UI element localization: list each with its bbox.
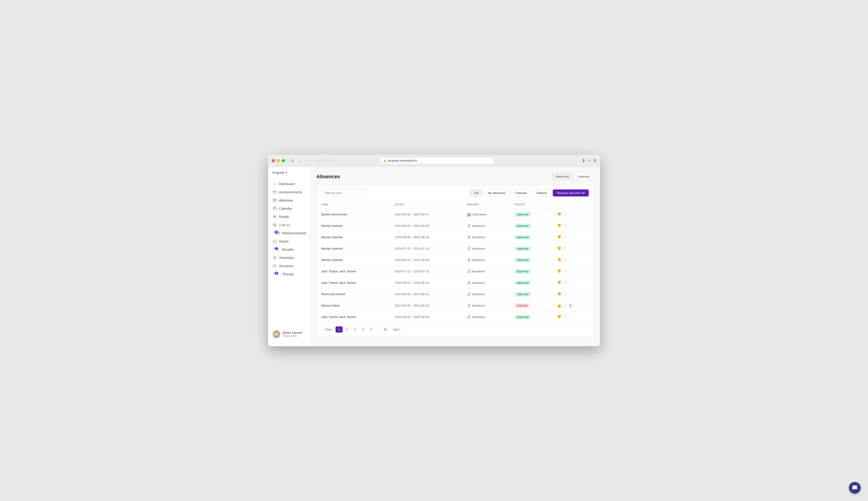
info-icon[interactable]: ⓘ xyxy=(563,269,567,274)
my-absences-button[interactable]: My absences xyxy=(484,189,510,196)
cell-actions: 👎 ⓘ xyxy=(552,220,593,232)
info-icon[interactable]: ⓘ xyxy=(563,246,567,251)
sidebar-item-shoutouts[interactable]: Shoutouts xyxy=(268,262,310,270)
thumbs-down-icon[interactable]: 👎 xyxy=(557,292,561,296)
delete-icon[interactable]: 🗑 xyxy=(569,303,572,308)
close-button[interactable] xyxy=(272,159,275,162)
back-button[interactable]: ‹ xyxy=(306,158,312,163)
thumbs-down-icon[interactable]: 👎 xyxy=(557,212,561,216)
col-actions xyxy=(552,200,593,209)
sidebar-toggle-button[interactable]: ⊡ xyxy=(289,158,296,163)
col-user: USER xyxy=(317,200,390,209)
info-icon[interactable]: ⓘ xyxy=(563,235,567,239)
traffic-lights xyxy=(272,159,285,162)
info-icon[interactable]: ⓘ xyxy=(563,280,567,285)
prev-button[interactable]: ‹ Prev xyxy=(321,327,335,332)
tab-calendar[interactable]: Calendar xyxy=(574,173,593,180)
cell-user: Jack "Action Jack" Barker xyxy=(317,277,390,289)
page-4-button[interactable]: 4 xyxy=(360,327,366,332)
maximize-button[interactable] xyxy=(282,159,285,162)
thumbs-down-icon[interactable]: 👎 xyxy=(557,235,561,239)
row-actions: 👍 ⓘ 🗑 xyxy=(557,303,589,308)
tab-absences[interactable]: Absences xyxy=(552,173,573,180)
info-icon[interactable]: ⓘ xyxy=(563,315,567,319)
sidebar-item-1on1s[interactable]: 1-on-1s xyxy=(268,221,310,229)
cell-reason: 🏖 Vacations xyxy=(462,232,510,243)
sidebar-item-threads[interactable]: 1 Threads xyxy=(268,270,310,278)
cell-actions: 👍 ⓘ 🗑 xyxy=(552,300,593,311)
page-2-button[interactable]: 2 xyxy=(343,327,351,332)
sidebar-item-dashboard[interactable]: ⌂ Dashboard xyxy=(268,180,310,188)
svg-point-4 xyxy=(275,216,276,216)
row-actions: 👎 ⓘ xyxy=(557,235,589,239)
share-icon[interactable]: ⬆ xyxy=(582,158,585,163)
user-avatar: BH xyxy=(272,330,280,338)
thumbs-down-icon[interactable]: 👎 xyxy=(557,258,561,262)
thumbs-down-icon[interactable]: 👎 xyxy=(557,246,561,251)
status-badge: Approved xyxy=(514,246,531,251)
info-icon[interactable]: ⓘ xyxy=(563,292,567,297)
col-reason: REASON xyxy=(462,200,510,209)
row-actions: 👎 ⓘ xyxy=(557,269,589,274)
sidebar-item-calendar[interactable]: Calendar xyxy=(268,204,310,213)
people-icon xyxy=(272,215,277,219)
sidebar: Prograils ▾ ⌂ Dashboard Announcements xyxy=(268,167,310,346)
sidebar-item-people[interactable]: People xyxy=(268,213,310,221)
thumbs-down-icon[interactable]: 👎 xyxy=(557,315,561,319)
minimize-button[interactable] xyxy=(277,159,280,162)
forward-button[interactable]: › xyxy=(315,158,321,163)
sidebar-item-assets[interactable]: Assets xyxy=(268,237,310,245)
sidebar-item-benefits[interactable]: 1 ⬡ Benefits xyxy=(268,245,310,254)
grid-icon[interactable]: ⋮⋮⋮ xyxy=(324,158,335,163)
info-icon[interactable]: ⓘ xyxy=(563,212,567,217)
page-5-button[interactable]: 5 xyxy=(368,327,375,332)
thumbs-up-icon[interactable]: 👍 xyxy=(557,303,561,308)
sidebar-item-absences[interactable]: Absences xyxy=(268,196,310,204)
cell-actions: 👎 ⓘ xyxy=(552,277,593,289)
status-badge: Approved xyxy=(514,212,531,217)
filter-input[interactable] xyxy=(321,189,367,196)
info-icon[interactable]: ⓘ xyxy=(563,223,567,228)
cell-dates: 2024-07-12 - 2024-07-15 xyxy=(390,266,462,277)
shoutouts-icon xyxy=(272,264,277,268)
table-row: Maciej Litwiniuk 2024-07-15 - 2024-07-28… xyxy=(317,243,593,254)
new-tab-icon[interactable]: + xyxy=(588,158,591,163)
cell-reason: 🏖 Vacations xyxy=(462,300,510,311)
thumbs-down-icon[interactable]: 👎 xyxy=(557,280,561,285)
reason-icon: 🏖 xyxy=(467,315,470,319)
info-icon[interactable]: ⓘ xyxy=(563,303,567,308)
info-icon[interactable]: ⓘ xyxy=(563,258,567,262)
thumbs-down-icon[interactable]: 👎 xyxy=(557,269,561,274)
reports-button[interactable]: Reports xyxy=(533,189,551,196)
chat-fab-button[interactable] xyxy=(849,482,861,494)
page-1-button[interactable]: 1 xyxy=(335,327,343,332)
chevron-down-icon[interactable]: ⌄ xyxy=(297,158,303,163)
cell-reason: 🏖 Vacations xyxy=(462,266,510,277)
page-3-button[interactable]: 3 xyxy=(352,327,358,332)
sidebar-logo[interactable]: Prograils ▾ xyxy=(268,171,310,180)
reason-icon: 🏥 xyxy=(467,213,471,216)
tabs-icon[interactable]: ⧉ xyxy=(593,158,596,163)
page-30-button[interactable]: 30 xyxy=(381,327,389,332)
cell-reason: 🏖 Vacations xyxy=(462,220,510,232)
sidebar-item-reimbursements[interactable]: 2 Reimbursements xyxy=(268,229,310,237)
sidebar-item-label: Timesheet xyxy=(279,256,294,259)
status-badge: Approved xyxy=(514,269,531,274)
request-time-off-button[interactable]: Request new time off xyxy=(553,189,589,196)
1on1s-icon xyxy=(272,223,277,227)
row-actions: 👎 ⓘ xyxy=(557,223,589,228)
calendar-view-button[interactable]: Calendar xyxy=(511,189,531,196)
sidebar-item-announcements[interactable]: Announcements xyxy=(268,188,310,196)
next-button[interactable]: Next › xyxy=(390,327,404,332)
user-info: Bartek Hamerli View profile xyxy=(283,331,302,338)
url-bar[interactable]: 🔒 prograils.humadroid.io xyxy=(380,157,494,164)
threads-badge: 1 xyxy=(275,272,278,275)
table-row: Richmond Avenal 2024-06-05 - 2024-06-10 … xyxy=(317,289,593,300)
view-profile-link[interactable]: View profile xyxy=(283,334,302,338)
cell-dates: 2024-06-13 - 2024-06-20 xyxy=(390,277,462,289)
svg-rect-0 xyxy=(273,191,276,193)
list-button[interactable]: List xyxy=(470,189,482,196)
sidebar-item-timesheet[interactable]: Timesheet xyxy=(268,254,310,262)
reason-icon: 🏖 xyxy=(467,224,470,228)
thumbs-down-icon[interactable]: 👎 xyxy=(557,224,561,228)
